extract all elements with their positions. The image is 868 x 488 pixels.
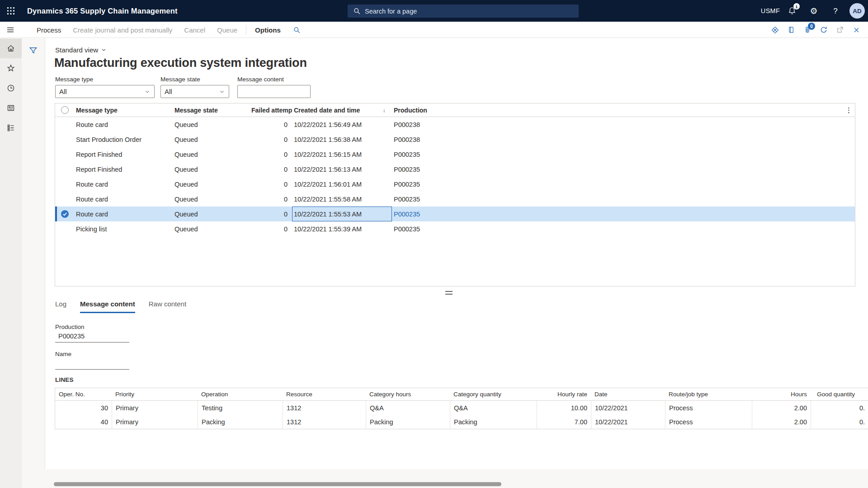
col-good-quantity[interactable]: Good quantity [811, 388, 868, 400]
cell-created: 10/22/2021 1:55:58 AM [292, 196, 392, 203]
grid-header-row: Message type Message state Failed attemp… [55, 103, 855, 117]
filter-pane-button[interactable] [28, 45, 38, 56]
lines-row[interactable]: 40 Primary Packing 1312 Packing Packing … [55, 415, 868, 429]
col-resource[interactable]: Resource [283, 388, 366, 400]
cell-message-type: Route card [74, 211, 173, 218]
col-header-failed-attempts[interactable]: Failed attempts [250, 107, 292, 114]
action-search-button[interactable] [293, 26, 301, 34]
col-operation[interactable]: Operation [198, 388, 283, 400]
cell-message-type: Start Production Order [74, 136, 173, 143]
message-content-input[interactable] [237, 85, 311, 98]
col-oper-no[interactable]: Oper. No. [55, 388, 112, 400]
cell-failed-attempts: 0 [250, 181, 292, 188]
horizontal-scrollbar[interactable] [54, 482, 501, 486]
sidebar-item-recent[interactable] [0, 78, 22, 98]
filter-label: Message content [237, 76, 311, 83]
close-page-button[interactable] [848, 22, 864, 38]
sidebar-item-home[interactable] [0, 38, 22, 58]
settings-button[interactable]: ⚙ [803, 0, 825, 22]
filter-label: Message state [160, 76, 229, 83]
search-input[interactable] [365, 8, 555, 15]
options-button[interactable]: Options [255, 26, 281, 34]
col-date[interactable]: Date [591, 388, 665, 400]
hamburger-menu-icon[interactable] [6, 25, 15, 34]
cell-failed-attempts: 0 [250, 121, 292, 128]
table-row-selected[interactable]: Route card Queued 0 10/22/2021 1:55:53 A… [55, 206, 855, 221]
col-header-production[interactable]: Production [392, 107, 855, 114]
production-input[interactable]: P000235 [55, 330, 129, 343]
process-button[interactable]: Process [37, 26, 61, 34]
sort-descending-icon: ↓ [383, 107, 386, 113]
col-header-message-type[interactable]: Message type [74, 107, 173, 114]
message-state-dropdown[interactable]: All [160, 85, 229, 98]
cell-message-state: Queued [173, 196, 250, 203]
filter-label: Message type [55, 76, 155, 83]
cell-priority: Primary [112, 415, 198, 429]
col-header-message-state[interactable]: Message state [173, 107, 250, 114]
view-selector[interactable]: Standard view [55, 46, 107, 54]
col-priority[interactable]: Priority [112, 388, 198, 400]
avatar[interactable]: AD [849, 3, 865, 19]
cell-created: 10/22/2021 1:56:49 AM [292, 121, 392, 128]
col-hours[interactable]: Hours [752, 388, 811, 400]
refresh-button[interactable] [816, 22, 832, 38]
cell-oper-no: 40 [55, 415, 112, 429]
table-row[interactable]: Start Production Order Queued 0 10/22/20… [55, 132, 855, 147]
search-icon [353, 7, 361, 15]
attachments-button[interactable]: 0 [799, 22, 816, 38]
cell-resource: 1312 [283, 401, 366, 415]
cell-created: 10/22/2021 1:56:01 AM [292, 181, 392, 188]
table-row[interactable]: Picking list Queued 0 10/22/2021 1:55:39… [55, 221, 855, 236]
name-input[interactable] [55, 357, 129, 370]
cell-message-type: Report Finished [74, 166, 173, 173]
cell-production: P000238 [392, 121, 855, 128]
cell-created-focused[interactable]: 10/22/2021 1:55:53 AM [292, 206, 392, 221]
col-hourly-rate[interactable]: Hourly rate [537, 388, 591, 400]
cell-failed-attempts: 0 [250, 136, 292, 143]
col-category-quantity[interactable]: Category quantity [450, 388, 537, 400]
lines-table: Oper. No. Priority Operation Resource Ca… [55, 388, 868, 429]
notifications-button[interactable]: 1 [781, 0, 803, 22]
tab-raw-content[interactable]: Raw content [149, 300, 186, 313]
cell-message-state: Queued [173, 151, 250, 158]
app-launcher-waffle-icon[interactable] [6, 6, 16, 16]
table-row[interactable]: Report Finished Queued 0 10/22/2021 1:56… [55, 162, 855, 177]
cell-date: 10/22/2021 [591, 415, 665, 429]
cell-date: 10/22/2021 [591, 401, 665, 415]
table-row[interactable]: Route card Queued 0 10/22/2021 1:55:58 A… [55, 192, 855, 206]
grid-options-icon[interactable]: ⋮ [845, 106, 852, 114]
smart-assist-button[interactable] [767, 22, 783, 38]
help-button[interactable]: ? [825, 0, 846, 22]
tab-log[interactable]: Log [55, 300, 66, 313]
table-row[interactable]: Route card Queued 0 10/22/2021 1:56:01 A… [55, 177, 855, 192]
pane-splitter-handle[interactable] [445, 291, 453, 295]
select-all-checkbox[interactable] [61, 106, 69, 114]
guide-button[interactable] [783, 22, 799, 38]
create-journal-button: Create journal and post manually [73, 26, 172, 34]
page-search-box[interactable] [348, 5, 579, 18]
sidebar-item-modules[interactable] [0, 118, 22, 138]
row-selected-check-icon[interactable] [61, 210, 69, 218]
sidebar-item-favorites[interactable] [0, 58, 22, 78]
col-header-created[interactable]: Created date and time ↓ [292, 107, 392, 114]
lines-row[interactable]: 30 Primary Testing 1312 Q&A Q&A 10.00 10… [55, 401, 868, 415]
cell-production-link[interactable]: P000235 [392, 211, 855, 218]
company-badge[interactable]: USMF [760, 0, 781, 22]
table-row[interactable]: Report Finished Queued 0 10/22/2021 1:56… [55, 147, 855, 162]
tab-message-content[interactable]: Message content [80, 300, 135, 313]
cell-category-quantity: Packing [450, 415, 537, 429]
table-row[interactable]: Route card Queued 0 10/22/2021 1:56:49 A… [55, 117, 855, 132]
col-route-job-type[interactable]: Route/job type [665, 388, 752, 400]
cell-oper-no: 30 [55, 401, 112, 415]
book-icon [787, 26, 795, 34]
notification-badge: 1 [793, 3, 800, 9]
message-type-dropdown[interactable]: All [55, 85, 155, 98]
action-bar-right-icons: 0 [767, 22, 864, 38]
clock-icon [6, 84, 15, 93]
cell-created: 10/22/2021 1:56:15 AM [292, 151, 392, 158]
cell-category-hours: Q&A [366, 401, 450, 415]
production-field: Production P000235 [55, 324, 129, 343]
star-icon [6, 64, 15, 73]
col-category-hours[interactable]: Category hours [366, 388, 450, 400]
sidebar-item-workspaces[interactable] [0, 98, 22, 118]
